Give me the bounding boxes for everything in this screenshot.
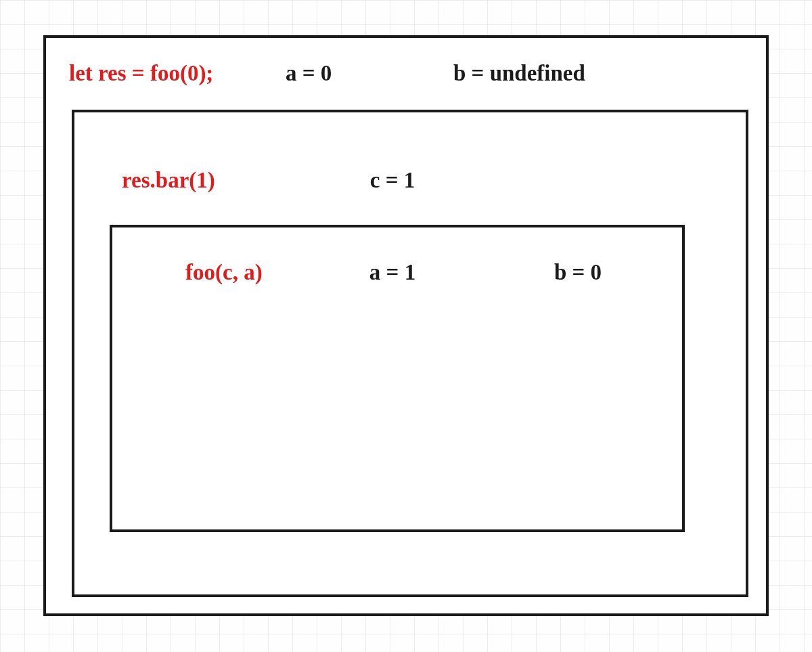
inner-var-b: b = 0 xyxy=(483,260,673,285)
mid-var-c: c = 1 xyxy=(284,168,501,193)
outer-var-a: a = 0 xyxy=(286,61,453,86)
scope-mid-row: res.bar(1) c = 1 xyxy=(122,168,717,193)
scope-outer-row: let res = foo(0); a = 0 b = undefined xyxy=(69,61,746,86)
outer-call-text: let res = foo(0); xyxy=(69,61,286,86)
scope-outer-box: let res = foo(0); a = 0 b = undefined re… xyxy=(43,35,769,616)
scope-inner-row: foo(c, a) a = 1 b = 0 xyxy=(185,260,673,285)
scope-mid-box: res.bar(1) c = 1 foo(c, a) a = 1 b = 0 xyxy=(72,110,748,597)
outer-var-b: b = undefined xyxy=(453,61,656,86)
mid-call-text: res.bar(1) xyxy=(122,168,284,193)
scope-inner-box: foo(c, a) a = 1 b = 0 xyxy=(110,225,685,532)
inner-call-text: foo(c, a) xyxy=(185,260,302,285)
inner-var-a: a = 1 xyxy=(302,260,483,285)
